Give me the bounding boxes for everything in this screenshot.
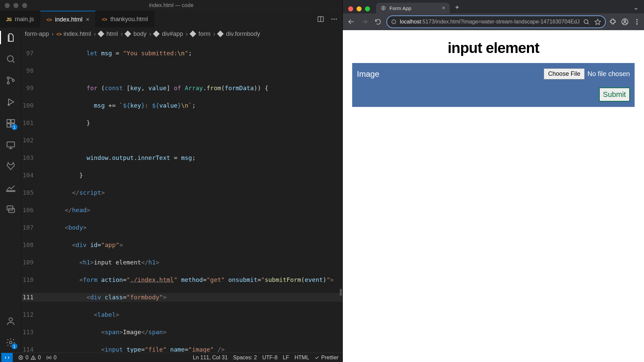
graph-icon[interactable] xyxy=(5,182,16,193)
svg-point-11 xyxy=(8,104,9,106)
bookmark-star-icon[interactable] xyxy=(594,18,601,25)
tab-thankyou-html[interactable]: <> thankyou.html xyxy=(96,11,154,27)
tanuki-icon[interactable] xyxy=(5,161,16,172)
tab-label: thankyou.html xyxy=(110,16,148,23)
run-debug-icon[interactable] xyxy=(5,97,16,107)
element-icon xyxy=(217,31,224,37)
image-label[interactable]: Image xyxy=(357,69,539,79)
new-tab-icon[interactable]: + xyxy=(452,4,462,13)
activity-bar: 1 1 xyxy=(0,27,21,353)
profile-avatar-icon[interactable] xyxy=(621,18,629,25)
source-control-icon[interactable] xyxy=(5,75,16,86)
chevron-right-icon: › xyxy=(50,31,55,38)
tab-label: main.js xyxy=(15,16,34,23)
line-number: 102 xyxy=(21,136,43,145)
language-status[interactable]: HTML xyxy=(292,355,312,361)
close-icon[interactable]: × xyxy=(442,5,445,11)
html-file-icon: <> xyxy=(102,16,107,22)
line-number: 100 xyxy=(21,101,43,110)
extensions-puzzle-icon[interactable] xyxy=(609,18,616,25)
prettier-status[interactable]: Prettier xyxy=(312,355,341,361)
remote-explorer-icon[interactable] xyxy=(5,139,16,150)
svg-line-37 xyxy=(587,23,589,24)
svg-point-4 xyxy=(336,18,337,20)
address-bar[interactable]: localhost:5173/index.html?image=water-st… xyxy=(386,15,606,28)
minimize-window-dot[interactable] xyxy=(357,6,362,11)
account-icon[interactable] xyxy=(5,316,16,326)
encoding-status[interactable]: UTF-8 xyxy=(260,355,280,361)
reload-icon[interactable] xyxy=(373,17,383,27)
problems-status[interactable]: 0 0 xyxy=(15,355,44,361)
line-number: 97 xyxy=(21,49,43,58)
close-icon[interactable]: × xyxy=(86,16,90,23)
line-number: 114 xyxy=(21,345,43,353)
svg-point-28 xyxy=(33,358,33,359)
line-number: 107 xyxy=(21,223,43,232)
search-icon[interactable] xyxy=(5,54,16,64)
split-editor-icon[interactable] xyxy=(317,15,324,23)
cursor-position[interactable]: Ln 111, Col 31 xyxy=(190,355,230,361)
remote-status-button[interactable] xyxy=(1,353,13,362)
element-icon xyxy=(190,31,196,37)
tab-actions xyxy=(317,11,342,27)
html-file-icon: <> xyxy=(46,17,52,22)
svg-point-5 xyxy=(7,56,13,62)
element-icon xyxy=(98,31,104,37)
svg-point-41 xyxy=(636,19,638,20)
browser-tab[interactable]: Form App × xyxy=(376,3,450,13)
eol-status[interactable]: LF xyxy=(280,355,292,361)
chevron-right-icon: › xyxy=(93,31,97,38)
line-number: 106 xyxy=(21,206,43,215)
svg-point-7 xyxy=(7,77,9,79)
svg-point-36 xyxy=(584,19,588,23)
tab-index-html[interactable]: <> index.html × xyxy=(40,11,96,27)
no-file-text: No file chosen xyxy=(587,70,630,78)
svg-line-6 xyxy=(12,61,14,63)
indentation-status[interactable]: Spaces: 2 xyxy=(230,355,260,361)
svg-marker-10 xyxy=(8,99,13,105)
editor-main: form-app › <>index.html › html › body › … xyxy=(21,27,342,353)
zoom-icon[interactable] xyxy=(583,18,590,25)
line-number: 111 xyxy=(21,293,43,302)
file-input[interactable]: Choose File No file chosen xyxy=(544,68,630,79)
breadcrumbs[interactable]: form-app › <>index.html › html › body › … xyxy=(21,27,342,40)
url-text: localhost:5173/index.html?image=water-st… xyxy=(400,19,580,25)
extensions-badge: 1 xyxy=(11,124,17,130)
fullscreen-window-dot[interactable] xyxy=(365,6,370,11)
nav-forward-icon[interactable] xyxy=(360,17,370,27)
choose-file-button[interactable]: Choose File xyxy=(544,68,585,79)
line-number: 109 xyxy=(21,258,43,267)
line-number: 112 xyxy=(21,310,43,319)
minimap-scroll-marker[interactable] xyxy=(340,289,342,296)
element-icon xyxy=(153,31,160,37)
kebab-menu-icon[interactable] xyxy=(633,18,641,25)
submit-button[interactable]: Submit xyxy=(599,87,630,102)
html-file-icon: <> xyxy=(56,31,62,37)
explorer-icon[interactable] xyxy=(5,32,16,43)
breadcrumb-item: form xyxy=(191,31,211,38)
chevron-right-icon: › xyxy=(212,31,217,38)
settings-badge: 1 xyxy=(11,343,17,349)
site-info-icon[interactable] xyxy=(391,19,396,24)
gear-icon[interactable]: 1 xyxy=(5,337,16,348)
chevron-down-icon[interactable] xyxy=(631,6,641,13)
svg-point-40 xyxy=(624,20,626,22)
svg-point-8 xyxy=(7,82,9,84)
svg-point-3 xyxy=(333,18,335,20)
line-number: 103 xyxy=(21,154,43,162)
comments-icon[interactable] xyxy=(5,204,16,215)
ports-status[interactable]: 0 xyxy=(44,355,59,361)
line-number: 108 xyxy=(21,241,43,249)
close-window-dot[interactable] xyxy=(348,6,353,11)
line-number: 105 xyxy=(21,188,43,197)
tab-main-js[interactable]: JS main.js xyxy=(0,11,40,27)
more-actions-icon[interactable] xyxy=(330,15,338,23)
page-title: input element xyxy=(352,40,635,56)
js-file-icon: JS xyxy=(6,16,11,22)
vscode-titlebar: index.html — code xyxy=(0,0,342,11)
svg-rect-16 xyxy=(7,142,14,147)
extensions-icon[interactable]: 1 xyxy=(5,118,16,129)
breadcrumb-item: <>index.html xyxy=(56,31,91,38)
code-editor[interactable]: 97 let msg = "You submitted:\n"; 98 99 f… xyxy=(21,40,342,353)
nav-back-icon[interactable] xyxy=(346,17,356,27)
